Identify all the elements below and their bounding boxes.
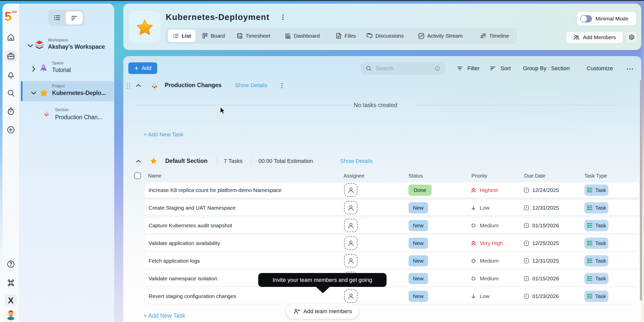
svg-text:5: 5	[5, 10, 12, 21]
svg-text:DAY: DAY	[12, 11, 17, 13]
